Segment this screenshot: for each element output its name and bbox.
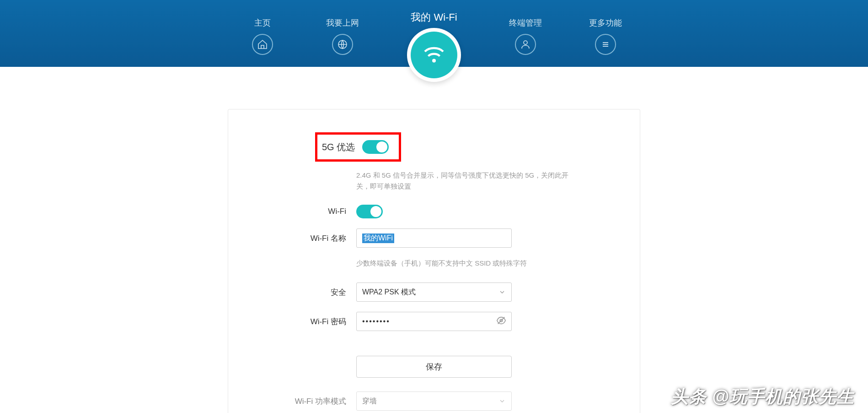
priority-5g-toggle[interactable] [362, 140, 389, 154]
nav-internet[interactable]: 我要上网 [327, 17, 359, 67]
priority-5g-label: 5G 优选 [322, 141, 355, 153]
svg-point-1 [432, 59, 436, 63]
password-label: Wi-Fi 密码 [256, 316, 356, 327]
user-icon [515, 34, 536, 55]
nav-home[interactable]: 主页 [246, 17, 279, 67]
save-button[interactable]: 保存 [356, 356, 512, 378]
nav-more-label: 更多功能 [589, 17, 622, 28]
wifi-toggle[interactable] [356, 205, 383, 218]
nav-devices-label: 终端管理 [509, 17, 542, 28]
password-input[interactable] [356, 312, 512, 331]
priority-5g-highlight: 5G 优选 [315, 132, 401, 162]
wifi-icon [411, 32, 457, 78]
chevron-down-icon [498, 288, 506, 296]
home-icon [252, 34, 273, 55]
wifi-name-input[interactable]: 我的WiFi [356, 228, 512, 248]
settings-panel: 5G 优选 2.4G 和 5G 信号合并显示，同等信号强度下优选更快的 5G，关… [228, 109, 640, 413]
power-mode-select[interactable]: 穿墙 [356, 391, 512, 411]
nav-home-label: 主页 [254, 17, 271, 28]
power-mode-value: 穿墙 [362, 397, 377, 406]
nav-wifi[interactable]: 我的 Wi-Fi [407, 11, 461, 60]
nav-wifi-label: 我的 Wi-Fi [407, 11, 461, 24]
eye-icon[interactable] [496, 315, 506, 327]
header-nav: 主页 我要上网 我的 Wi-Fi 终端管理 更多 [0, 0, 868, 67]
power-mode-label: Wi-Fi 功率模式 [256, 396, 356, 407]
nav-more[interactable]: 更多功能 [589, 17, 622, 67]
wifi-name-hint: 少数终端设备（手机）可能不支持中文 SSID 或特殊字符 [356, 258, 576, 269]
nav-internet-label: 我要上网 [326, 17, 359, 28]
wifi-name-label: Wi-Fi 名称 [256, 233, 356, 244]
security-select[interactable]: WPA2 PSK 模式 [356, 283, 512, 302]
menu-icon [595, 34, 616, 55]
nav-devices[interactable]: 终端管理 [509, 17, 541, 67]
security-value: WPA2 PSK 模式 [362, 288, 416, 297]
globe-icon [332, 34, 353, 55]
wifi-name-value: 我的WiFi [362, 234, 394, 243]
chevron-down-icon [498, 397, 506, 405]
priority-5g-hint: 2.4G 和 5G 信号合并显示，同等信号强度下优选更快的 5G，关闭此开关，即… [356, 170, 576, 192]
svg-point-2 [524, 41, 527, 44]
wifi-icon-wrap [407, 28, 461, 82]
security-label: 安全 [256, 287, 356, 298]
watermark-text: 头条 @玩手机的张先生 [671, 385, 854, 408]
wifi-switch-label: Wi-Fi [256, 207, 356, 216]
